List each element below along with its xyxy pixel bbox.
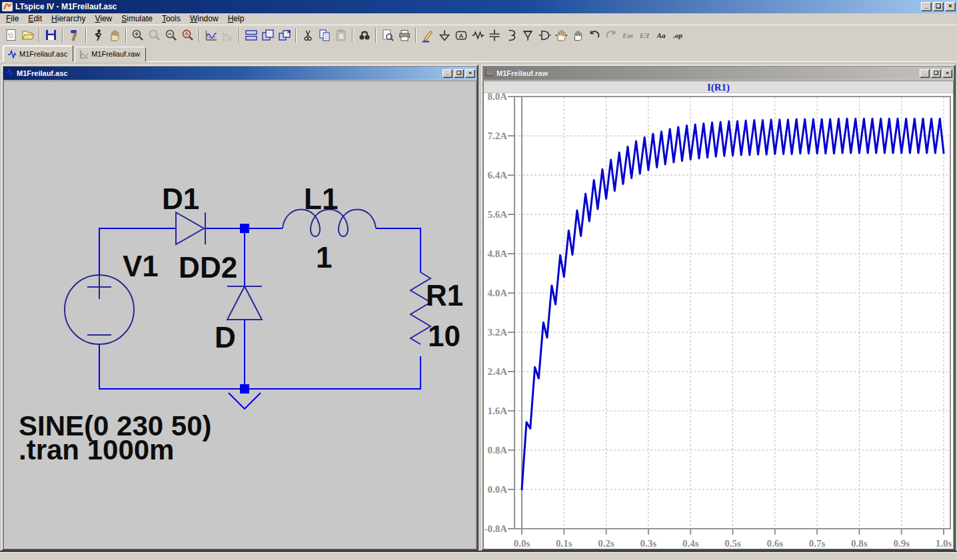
app-titlebar[interactable]: LTspice IV - M1Freilauf.asc _ ❏ × [0,0,957,13]
zoom-fit-icon[interactable] [179,27,196,43]
place-resistor-icon[interactable] [469,27,486,43]
place-diode-icon[interactable] [519,27,536,43]
place-component-icon[interactable] [536,27,552,43]
y-tick-label: 5.6A [487,209,507,220]
y-tick-label: 4.0A [487,288,507,298]
place-inductor-icon[interactable] [502,27,519,43]
save-icon[interactable] [43,27,59,43]
tile-horizontal-icon[interactable] [243,27,259,43]
plot-settings-icon[interactable] [219,27,236,43]
schematic-tab-icon [7,49,17,59]
waveform-plot[interactable]: 8.0A7.2A6.4A5.6A4.8A4.0A3.2A2.4A1.6A0.8A… [484,93,954,549]
ground-symbol[interactable] [229,393,261,409]
svg-text:EƎ: EƎ [638,31,649,39]
schematic-maximize-button[interactable]: ❏ [454,69,464,78]
menu-file[interactable]: File [1,13,23,25]
toolbar-separator [239,28,240,43]
spice-directive-icon[interactable]: .op [669,27,686,43]
diode-d1[interactable] [176,212,205,244]
junction-node [240,224,249,233]
paste-icon[interactable] [333,27,349,43]
y-tick-label: 4.8A [487,248,507,259]
waveform-window-title: M1Freilauf.raw [496,69,920,77]
copy-icon[interactable] [316,27,333,43]
restore-button[interactable]: ❏ [933,2,944,11]
place-ground-icon[interactable] [436,27,453,43]
x-tick-label: 0.3s [640,538,657,549]
schematic-canvas[interactable]: D1 L1 V1 D D2 1 R1 10 D SINE(0 230 50) .… [3,81,477,549]
waveform-window-icon [485,67,494,79]
d1-model-label[interactable]: D [179,251,200,284]
x-tick-label: 0.7s [809,538,826,549]
draw-wire-icon[interactable] [419,27,436,43]
y-tick-label: -0.8A [484,523,507,534]
undo-icon[interactable] [586,27,602,43]
waveform-window-titlebar[interactable]: M1Freilauf.raw _ ❏ × [483,67,954,80]
mirror-icon[interactable]: Em [619,27,636,43]
move-icon[interactable] [552,27,569,43]
y-tick-label: 7.2A [487,131,507,141]
menu-help[interactable]: Help [223,13,249,25]
find-icon[interactable] [356,27,373,43]
new-schematic-icon[interactable] [3,27,19,43]
menu-tools[interactable]: Tools [157,13,185,25]
plot-title[interactable]: I(R1) [484,81,953,93]
schematic-window-titlebar[interactable]: M1Freilauf.asc _ ❏ × [3,67,477,80]
waveform-client: I(R1) 8.0A7.2A6.4A5.6A4.8A4.0A3.2A2.4A1.… [483,81,954,549]
print-icon[interactable] [396,27,413,43]
place-capacitor-icon[interactable] [486,27,502,43]
x-tick-label: 0.8s [851,538,868,549]
tab-m1freilauf-asc[interactable]: M1Freilauf.asc [3,45,73,62]
autorange-y-icon[interactable] [203,27,219,43]
tab-m1freilauf-raw[interactable]: M1Freilauf.raw [75,47,146,62]
zoom-in-icon[interactable] [129,27,146,43]
l1-value-label[interactable]: 1 [316,241,332,274]
open-file-icon[interactable] [19,27,36,43]
print-preview-icon[interactable] [379,27,396,43]
plot-area[interactable]: 8.0A7.2A6.4A5.6A4.8A4.0A3.2A2.4A1.6A0.8A… [484,93,953,549]
rotate-icon[interactable]: EƎ [636,27,652,43]
tran-directive-text[interactable]: .tran 1000m [19,434,174,465]
waveform-close-button[interactable]: × [942,69,952,78]
diode-d2[interactable] [227,286,262,320]
menu-view[interactable]: View [90,13,117,25]
menu-simulate[interactable]: Simulate [117,13,157,25]
minimize-button[interactable]: _ [921,2,932,11]
place-label-icon[interactable]: A [453,27,469,43]
waveform-minimize-button[interactable]: _ [920,69,930,78]
schematic-window: M1Freilauf.asc _ ❏ × [1,65,479,551]
toolbar-separator [62,28,63,43]
d2-ref-label[interactable]: D2 [200,251,237,284]
toolbar-separator [125,28,127,43]
drag-icon[interactable] [569,27,586,43]
r1-ref-label[interactable]: R1 [426,279,463,312]
close-button[interactable]: × [945,2,956,11]
x-tick-label: 0.5s [724,538,741,549]
r1-value-label[interactable]: 10 [428,320,461,352]
l1-ref-label[interactable]: L1 [304,182,338,215]
run-simulation-icon[interactable] [89,27,106,43]
redo-icon[interactable] [602,27,619,43]
v1-ref-label[interactable]: V1 [123,250,159,282]
zoom-out-icon[interactable] [163,27,179,43]
d2-model-label[interactable]: D [215,321,236,354]
menu-window[interactable]: Window [185,13,223,25]
cascade-windows-icon[interactable] [259,27,276,43]
y-tick-label: 0.8A [487,445,507,455]
x-tick-label: 0.4s [682,538,699,549]
d1-ref-label[interactable]: D1 [162,182,199,215]
schematic-minimize-button[interactable]: _ [443,69,453,78]
schematic-close-button[interactable]: × [465,69,475,78]
zoom-back-icon[interactable] [146,27,163,43]
voltage-source-v1[interactable] [65,275,134,344]
text-tool-icon[interactable]: Aa [652,27,669,43]
cut-icon[interactable] [299,27,316,43]
toolbar-separator [415,28,417,43]
waveform-maximize-button[interactable]: ❏ [931,69,941,78]
control-panel-icon[interactable] [66,27,83,43]
halt-simulation-icon[interactable] [106,27,123,43]
menu-hierarchy[interactable]: Hierarchy [47,13,90,25]
arrange-windows-icon[interactable] [276,27,293,43]
menu-edit[interactable]: Edit [23,13,47,25]
ltspice-logo-icon [2,2,13,11]
